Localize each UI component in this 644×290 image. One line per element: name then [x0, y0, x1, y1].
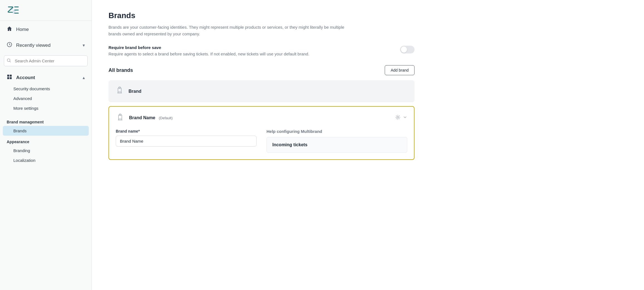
gear-icon[interactable]: [395, 114, 401, 121]
sidebar-item-brands[interactable]: Brands: [3, 126, 89, 136]
brand-name-label: Brand name*: [116, 129, 256, 133]
brand-expanded-name: Brand Name (Default): [129, 115, 173, 120]
svg-rect-16: [119, 115, 122, 119]
sidebar-recently-viewed[interactable]: Recently viewed ▾: [0, 38, 92, 53]
brand-expanded-card: Brand Name (Default): [108, 106, 414, 160]
brand-card[interactable]: Brand: [108, 80, 414, 102]
search-icon: [7, 58, 11, 64]
sidebar-item-advanced[interactable]: Advanced: [0, 94, 92, 103]
require-brand-title: Require brand before save: [108, 45, 309, 50]
all-brands-title: All brands: [108, 67, 133, 73]
brand-card-icon: [115, 86, 124, 97]
page-title: Brands: [108, 11, 627, 20]
svg-rect-7: [7, 75, 9, 77]
all-brands-header: All brands Add brand: [108, 65, 414, 75]
appearance-label: Appearance: [0, 136, 92, 146]
svg-rect-9: [7, 77, 9, 79]
clock-icon: [7, 42, 12, 49]
main-content: Brands Brands are your customer-facing i…: [92, 0, 644, 290]
svg-rect-3: [14, 9, 19, 10]
svg-rect-10: [10, 77, 12, 79]
appearance-section: Appearance Branding Localization: [0, 136, 92, 165]
svg-rect-12: [119, 87, 120, 88]
account-section: Account ▴ Security documents Advanced Mo…: [0, 70, 92, 116]
brand-expanded-actions: [395, 114, 407, 121]
search-box: [4, 55, 88, 66]
help-multibrand-section: Help configuring Multibrand Incoming tic…: [267, 129, 407, 153]
sidebar: Home Recently viewed ▾: [0, 0, 92, 290]
brand-name-input[interactable]: [116, 136, 256, 147]
sidebar-item-security-documents[interactable]: Security documents: [0, 84, 92, 94]
sidebar-item-branding[interactable]: Branding: [0, 146, 92, 155]
account-items: Security documents Advanced More setting…: [0, 84, 92, 113]
require-brand-toggle[interactable]: [400, 46, 414, 53]
incoming-tickets-card[interactable]: Incoming tickets: [267, 137, 407, 153]
brand-management-label: Brand management: [0, 116, 92, 126]
svg-point-21: [397, 116, 399, 118]
brand-expanded-header: Brand Name (Default): [116, 113, 407, 123]
svg-rect-11: [118, 88, 121, 92]
brand-default-badge: (Default): [159, 116, 173, 120]
page-description: Brands are your customer-facing identiti…: [108, 24, 348, 37]
svg-rect-2: [14, 6, 19, 7]
require-brand-description: Require agents to select a brand before …: [108, 52, 309, 56]
brand-card-name: Brand: [129, 89, 141, 94]
svg-rect-0: [8, 6, 13, 7]
svg-rect-1: [8, 12, 13, 13]
sidebar-home[interactable]: Home: [0, 21, 92, 38]
help-multibrand-title: Help configuring Multibrand: [267, 129, 407, 134]
sidebar-item-localization[interactable]: Localization: [0, 155, 92, 165]
svg-rect-17: [119, 114, 121, 115]
toggle-knob: [401, 47, 407, 53]
home-icon: [7, 26, 12, 33]
account-label: Account: [16, 75, 35, 81]
sidebar-item-more-settings[interactable]: More settings: [0, 103, 92, 113]
account-chevron-up-icon: ▴: [83, 75, 85, 80]
svg-rect-8: [10, 75, 12, 77]
brand-fields: Brand name* Help configuring Multibrand …: [116, 129, 407, 153]
recently-viewed-left: Recently viewed: [7, 42, 51, 49]
require-brand-section: Require brand before save Require agents…: [108, 45, 414, 56]
logo-area: [0, 0, 92, 21]
brand-management-section: Brand management Brands: [0, 116, 92, 136]
svg-rect-4: [14, 13, 19, 14]
chevron-down-icon: ▾: [83, 43, 85, 48]
grid-icon: [7, 74, 12, 81]
home-label: Home: [16, 27, 29, 32]
brand-name-field: Brand name*: [116, 129, 256, 153]
incoming-tickets-label: Incoming tickets: [272, 142, 401, 147]
zendesk-logo-icon: [7, 5, 20, 15]
account-section-header[interactable]: Account ▴: [0, 70, 92, 84]
brand-expanded-icon: [116, 113, 125, 123]
chevron-down-icon[interactable]: [403, 115, 407, 121]
add-brand-button[interactable]: Add brand: [385, 65, 414, 75]
recently-viewed-label: Recently viewed: [16, 43, 51, 48]
search-input[interactable]: [4, 55, 88, 66]
